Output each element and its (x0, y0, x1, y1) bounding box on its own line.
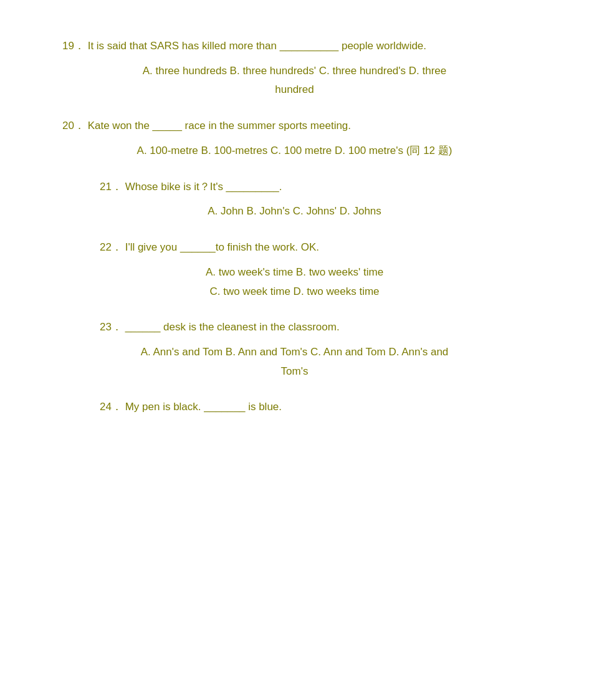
q23-number: 23． (100, 321, 122, 333)
q20-body: Kate won the _____ race in the summer sp… (88, 120, 351, 132)
q20-number: 20． (62, 120, 85, 132)
question-23: 23． ______ desk is the cleanest in the c… (50, 319, 539, 381)
q19-body: It is said that SARS has killed more tha… (88, 40, 426, 52)
question-21: 21． Whose bike is it？It's _________. A. … (50, 178, 539, 221)
q24-text: 24． My pen is black. _______ is blue. (50, 398, 539, 416)
q22-body: I'll give you ______to finish the work. … (125, 241, 319, 253)
q21-text: 21． Whose bike is it？It's _________. (50, 178, 539, 196)
q19-options-2: hundred (50, 80, 539, 100)
question-22: 22． I'll give you ______to finish the wo… (50, 239, 539, 301)
q23-body: ______ desk is the cleanest in the class… (125, 321, 340, 333)
q19-options-1: A. three hundreds B. three hundreds' C. … (50, 62, 539, 81)
q20-options: A. 100-metre B. 100-metres C. 100 metre … (50, 141, 539, 161)
q19-text: 19． It is said that SARS has killed more… (50, 37, 539, 55)
question-20: 20． Kate won the _____ race in the summe… (50, 117, 539, 160)
q24-body: My pen is black. _______ is blue. (125, 401, 282, 413)
q19-number: 19． (62, 40, 85, 52)
question-19: 19． It is said that SARS has killed more… (50, 37, 539, 100)
q22-text: 22． I'll give you ______to finish the wo… (50, 239, 539, 257)
q24-number: 24． (100, 401, 122, 413)
q22-options-2: C. two week time D. two weeks time (50, 282, 539, 302)
question-24: 24． My pen is black. _______ is blue. (50, 398, 539, 416)
q20-text: 20． Kate won the _____ race in the summe… (50, 117, 539, 135)
q21-options: A. John B. John's C. Johns' D. Johns (50, 202, 539, 221)
q23-options-1: A. Ann's and Tom B. Ann and Tom's C. Ann… (50, 343, 539, 362)
q22-number: 22． (100, 241, 122, 253)
q21-number: 21． (100, 181, 122, 193)
exam-content: 19． It is said that SARS has killed more… (50, 37, 539, 416)
q21-body: Whose bike is it？It's _________. (125, 181, 282, 193)
q22-options-1: A. two week's time B. two weeks' time (50, 263, 539, 282)
q23-text: 23． ______ desk is the cleanest in the c… (50, 319, 539, 337)
q23-options-2: Tom's (50, 362, 539, 381)
